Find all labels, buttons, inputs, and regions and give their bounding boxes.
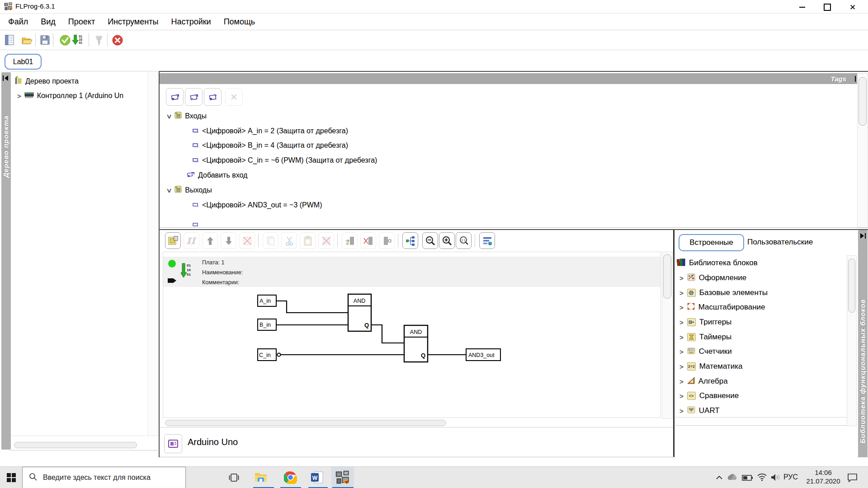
battery-icon[interactable] [742, 474, 753, 483]
tags-group-inputs[interactable]: ∨ Входы [167, 111, 207, 122]
stop-button[interactable] [111, 34, 123, 46]
tab-user-blocks[interactable]: Пользовательские [747, 238, 813, 247]
add-output-tag-button[interactable] [185, 88, 203, 106]
library-item-uart[interactable]: > UART [679, 405, 720, 417]
add-input-row[interactable]: Добавить вход [187, 170, 247, 181]
library-item-scaling[interactable]: > Масштабирование [679, 301, 765, 313]
tab-built-in[interactable]: Встроенные [679, 234, 744, 251]
board-properties-button[interactable] [379, 232, 395, 249]
project-tree-hscrollbar[interactable] [14, 442, 137, 448]
menu-view[interactable]: Вид [34, 15, 62, 28]
tab-lab01[interactable]: Lab01 [5, 54, 42, 70]
schematic-canvas[interactable]: 01 10 01 Плата: 1 Наименование: Коммента… [163, 252, 661, 418]
canvas-vscrollbar[interactable] [662, 252, 673, 419]
zoom-reset-button[interactable]: 1:1 [456, 232, 472, 249]
output-block-and3[interactable]: AND3_out [466, 349, 500, 361]
library-splitter[interactable] [673, 230, 675, 457]
taskbar-flprog-active[interactable] [331, 467, 354, 488]
library-item-triggers[interactable]: > Триггеры [679, 316, 731, 328]
chevron-right-icon[interactable]: > [679, 275, 684, 282]
library-item-algebra[interactable]: > Алгебра [679, 375, 728, 387]
and-gate-2[interactable]: AND Q [404, 325, 428, 362]
library-root-item[interactable]: Библиотека блоков [677, 257, 758, 269]
chevron-right-icon[interactable]: > [679, 378, 684, 385]
library-item-base[interactable]: > Базовые элементы [679, 287, 768, 299]
canvas-hscrollbar[interactable] [165, 420, 446, 426]
taskbar-explorer[interactable] [254, 471, 268, 485]
chevron-right-icon[interactable]: > [679, 408, 684, 414]
tag-row-and3-out[interactable]: <Цифровой> AND3_out = ~3 (PWM) [193, 200, 322, 211]
volume-icon[interactable] [771, 473, 782, 483]
wifi-icon[interactable] [757, 473, 767, 483]
canvas-vscroll-thumb[interactable] [663, 254, 671, 299]
language-indicator[interactable]: РУС [783, 473, 798, 481]
project-tree-vscrollbar[interactable] [148, 71, 158, 436]
tag-row-c-in[interactable]: <Цифровой> C_in = ~6 (PWM) (Защита от др… [193, 155, 377, 166]
taskbar-search[interactable]: Введите здесь текст для поиска [22, 467, 186, 488]
library-item-timers[interactable]: > Таймеры [679, 331, 731, 343]
upload-code-button[interactable]: 01 10 01 [71, 34, 84, 46]
zoom-out-button[interactable] [422, 232, 438, 249]
delete-block-button[interactable] [239, 232, 255, 249]
taskbar-chrome[interactable] [284, 471, 297, 486]
chevron-right-icon[interactable]: > [679, 319, 684, 326]
compile-check-button[interactable] [59, 34, 71, 46]
chevron-right-icon[interactable]: > [679, 393, 684, 399]
taskbar-word[interactable]: W [311, 471, 324, 486]
delete-board-button[interactable] [360, 232, 376, 249]
open-project-button[interactable] [21, 34, 33, 46]
export-scheme-button[interactable] [479, 232, 495, 249]
task-view-button[interactable] [229, 472, 240, 485]
tray-expand-button[interactable] [716, 474, 723, 482]
add-variable-tag-button[interactable] [204, 88, 222, 106]
library-item-compare[interactable]: > <> Сравнение [679, 390, 739, 402]
delete-selection-button[interactable] [318, 232, 334, 249]
tags-vscrollbar[interactable] [857, 73, 868, 228]
menu-help[interactable]: Помощь [217, 15, 262, 28]
minimize-button[interactable] [792, 3, 812, 12]
start-button[interactable] [6, 473, 16, 484]
chevron-right-icon[interactable]: > [679, 334, 684, 341]
close-button[interactable]: ✕ [842, 3, 863, 12]
new-project-button[interactable] [4, 34, 16, 46]
board-selector-button[interactable] [164, 434, 182, 453]
paste-button[interactable] [300, 232, 316, 249]
input-block-b[interactable]: B_in [258, 319, 276, 330]
chevron-right-icon[interactable]: > [679, 348, 684, 355]
library-item-math[interactable]: > 2+2 Математика [679, 361, 743, 372]
chevron-down-icon[interactable]: ∨ [166, 187, 172, 193]
zoom-in-button[interactable] [439, 232, 455, 249]
menu-tools[interactable]: Инструменты [101, 15, 165, 28]
tag-row-b-in[interactable]: <Цифровой> B_in = 4 (Защита от дребезга) [193, 140, 348, 151]
library-vscroll-thumb[interactable] [848, 258, 855, 313]
cut-button[interactable] [281, 232, 297, 249]
tags-vscroll-thumb[interactable] [859, 77, 867, 126]
insert-board-button[interactable] [342, 232, 358, 249]
chevron-right-icon[interactable]: > [17, 93, 21, 99]
tag-row-a-in[interactable]: <Цифровой> A_in = 2 (Защита от дребезга) [193, 126, 348, 136]
action-center-button[interactable] [847, 473, 858, 484]
chevron-right-icon[interactable]: > [679, 363, 684, 370]
save-project-button[interactable] [39, 34, 51, 46]
edit-inputs-button[interactable] [184, 232, 199, 249]
schematic-svg[interactable]: A_in B_in C_in AND Q AND Q [163, 252, 661, 418]
collapse-left-icon[interactable] [2, 75, 11, 83]
input-block-a[interactable]: A_in [258, 295, 276, 306]
maximize-button[interactable] [817, 3, 838, 12]
library-vscrollbar[interactable] [847, 255, 857, 426]
menu-project[interactable]: Проект [62, 15, 101, 28]
com-port-button[interactable] [93, 34, 105, 46]
move-up-button[interactable] [202, 232, 218, 249]
menu-file[interactable]: Файл [2, 15, 34, 28]
library-item-counters[interactable]: > Счетчики [679, 346, 732, 357]
and-gate-1[interactable]: AND Q [348, 294, 371, 331]
chevron-down-icon[interactable]: ∨ [166, 113, 172, 119]
copy-button[interactable] [263, 232, 278, 249]
input-block-c[interactable]: C_in [258, 349, 281, 361]
chevron-right-icon[interactable]: > [679, 304, 684, 311]
tags-group-outputs[interactable]: ∨ Выходы [167, 185, 212, 196]
onedrive-icon[interactable] [726, 473, 738, 483]
clock[interactable]: 14:06 21.07.2020 [804, 469, 842, 485]
menu-settings[interactable]: Настройки [165, 15, 217, 28]
controller-tree-item[interactable]: > Контроллер 1 (Arduino Un [17, 90, 123, 101]
